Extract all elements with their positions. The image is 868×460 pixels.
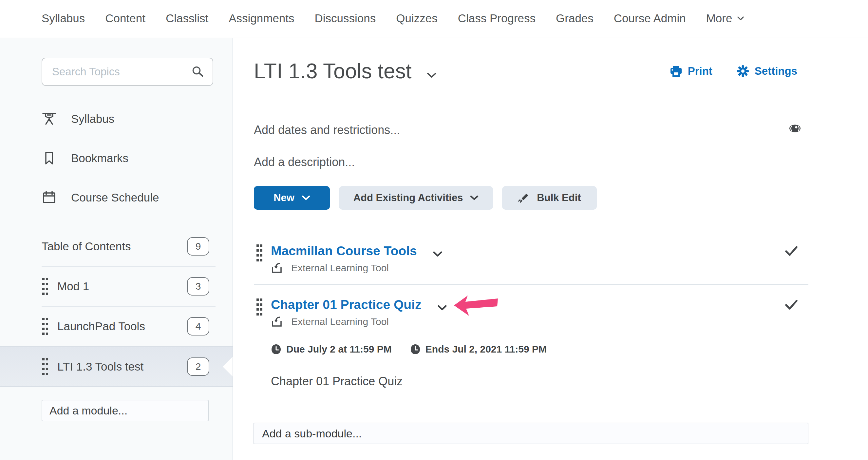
course-navbar: Syllabus Content Classlist Assignments D…: [0, 0, 868, 37]
topic-type-line: External Learning Tool: [271, 262, 808, 274]
clock-icon: [271, 344, 281, 355]
settings-button[interactable]: Settings: [737, 65, 797, 77]
topic-dates-row: Due July 2 at 11:59 PM Ends Jul 2, 2021 …: [271, 343, 808, 356]
toc-root-item[interactable]: Table of Contents 9: [0, 226, 232, 266]
nav-content[interactable]: Content: [105, 12, 146, 25]
bookmark-icon: [41, 151, 57, 166]
nav-classlist[interactable]: Classlist: [166, 12, 208, 25]
sidebar-item-course-schedule[interactable]: Course Schedule: [41, 178, 213, 217]
add-existing-label: Add Existing Activities: [353, 192, 463, 204]
toc-label: Table of Contents: [41, 240, 187, 253]
module-label: Mod 1: [57, 280, 187, 293]
search-topics-box: [41, 58, 213, 86]
completion-check-icon[interactable]: [785, 246, 798, 256]
topic-count-badge: 9: [187, 237, 209, 255]
due-date-label: Due July 2 at 11:59 PM: [286, 344, 392, 355]
nav-assignments[interactable]: Assignments: [229, 12, 294, 25]
annotation-arrow: [454, 296, 499, 316]
topic-type-label: External Learning Tool: [291, 263, 389, 274]
easel-icon: [41, 112, 57, 126]
module-content-panel: LTI 1.3 Tools test Print: [234, 38, 868, 460]
nav-discussions[interactable]: Discussions: [315, 12, 376, 25]
chevron-down-icon: [470, 195, 478, 201]
pencil-icon: [518, 192, 530, 204]
topic-count-badge: 3: [187, 277, 209, 296]
module-title-row: LTI 1.3 Tools test: [254, 59, 437, 83]
external-learning-tool-icon: [271, 316, 283, 328]
nav-more-label: More: [706, 12, 733, 25]
drag-handle-icon[interactable]: [256, 298, 263, 317]
content-sidebar: Syllabus Bookmarks: [0, 38, 233, 460]
nav-quizzes[interactable]: Quizzes: [396, 12, 437, 25]
topic-actions-chevron-icon[interactable]: [433, 251, 442, 257]
sidebar-item-label: Bookmarks: [71, 152, 128, 165]
external-learning-tool-icon: [271, 262, 283, 274]
add-dates-restrictions-link[interactable]: Add dates and restrictions...: [254, 123, 400, 137]
module-item-launchpad-tools[interactable]: LaunchPad Tools 4: [0, 306, 232, 346]
nav-grades[interactable]: Grades: [556, 12, 593, 25]
sidebar-item-bookmarks[interactable]: Bookmarks: [41, 139, 213, 178]
module-label: LaunchPad Tools: [57, 320, 187, 333]
print-button[interactable]: Print: [670, 65, 712, 77]
chevron-down-icon: [302, 195, 310, 201]
nav-class-progress[interactable]: Class Progress: [458, 12, 535, 25]
table-of-contents-list: Table of Contents 9 Mod 1 3: [0, 226, 232, 387]
drag-handle-icon[interactable]: [256, 244, 263, 263]
topic-type-line: External Learning Tool: [271, 315, 808, 328]
module-item-lti-tools-test-selected[interactable]: LTI 1.3 Tools test 2: [0, 346, 232, 387]
clock-icon: [410, 344, 421, 355]
drag-handle-icon[interactable]: [41, 317, 49, 336]
nav-more-menu[interactable]: More: [706, 12, 745, 25]
nav-course-admin[interactable]: Course Admin: [614, 12, 686, 25]
page-actions: Print Settings: [670, 65, 797, 77]
page-title: LTI 1.3 Tools test: [254, 59, 411, 83]
add-existing-activities-button[interactable]: Add Existing Activities: [339, 186, 493, 210]
add-description-link[interactable]: Add a description...: [254, 155, 355, 169]
calendar-icon: [41, 190, 57, 205]
sidebar-item-label: Course Schedule: [71, 191, 159, 204]
nav-syllabus[interactable]: Syllabus: [41, 12, 85, 25]
search-input[interactable]: [52, 65, 191, 78]
module-label: LTI 1.3 Tools test: [57, 360, 187, 373]
bulk-edit-button[interactable]: Bulk Edit: [502, 186, 597, 210]
printer-icon: [670, 65, 682, 77]
title-actions-chevron-icon[interactable]: [427, 72, 437, 79]
completion-check-icon[interactable]: [785, 300, 798, 310]
drag-handle-icon[interactable]: [41, 358, 49, 376]
topic-row-macmillan-course-tools: Macmillan Course Tools External Learning…: [254, 235, 808, 285]
end-date-label: Ends Jul 2, 2021 11:59 PM: [426, 344, 547, 355]
due-date-chip: Due July 2 at 11:59 PM: [271, 344, 392, 355]
module-toolbar: New Add Existing Activities: [254, 186, 597, 210]
topic-count-badge: 4: [187, 317, 209, 336]
sidebar-links: Syllabus Bookmarks: [41, 99, 213, 217]
content-page: Syllabus Content Classlist Assignments D…: [0, 0, 868, 460]
topic-link[interactable]: Macmillan Course Tools: [271, 244, 417, 258]
new-button-label: New: [274, 192, 294, 204]
print-label: Print: [688, 65, 712, 77]
topic-link[interactable]: Chapter 01 Practice Quiz: [271, 298, 422, 312]
end-date-chip: Ends Jul 2, 2021 11:59 PM: [410, 344, 547, 355]
settings-label: Settings: [755, 65, 797, 77]
module-item-mod1[interactable]: Mod 1 3: [0, 266, 232, 306]
drag-handle-icon[interactable]: [41, 277, 49, 296]
visibility-eye-icon[interactable]: [789, 124, 801, 133]
add-submodule-input[interactable]: [253, 423, 808, 444]
topic-count-badge: 2: [187, 358, 209, 376]
gear-icon: [737, 65, 749, 77]
search-icon[interactable]: [191, 65, 205, 78]
sidebar-item-syllabus[interactable]: Syllabus: [41, 99, 213, 139]
topic-type-label: External Learning Tool: [291, 316, 389, 327]
topic-list: Macmillan Course Tools External Learning…: [254, 235, 808, 388]
bulk-edit-label: Bulk Edit: [537, 192, 581, 204]
new-button[interactable]: New: [254, 186, 330, 210]
topic-actions-chevron-icon[interactable]: [437, 305, 447, 311]
topic-description: Chapter 01 Practice Quiz: [271, 374, 808, 388]
sidebar-item-label: Syllabus: [71, 112, 114, 125]
add-module-input[interactable]: [41, 400, 209, 421]
topic-row-chapter-01-practice-quiz: Chapter 01 Practice Quiz External Learni…: [254, 285, 808, 388]
chevron-down-icon: [737, 16, 744, 21]
